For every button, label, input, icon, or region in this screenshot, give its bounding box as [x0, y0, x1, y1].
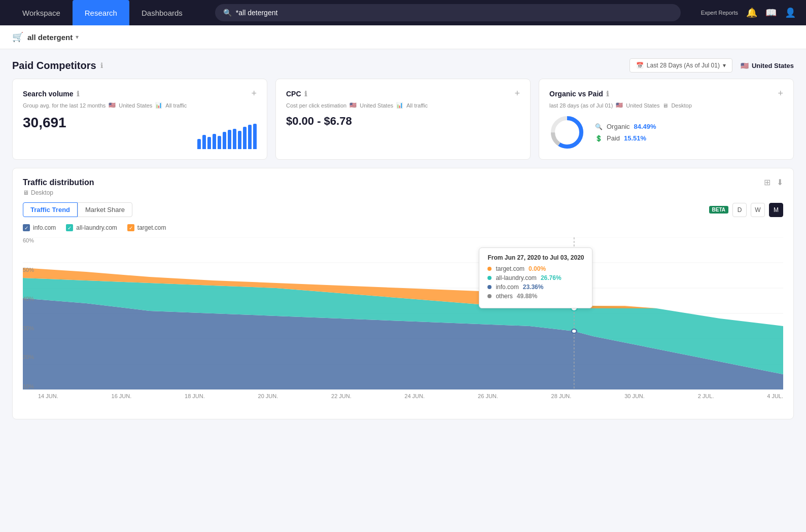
legend-check-target[interactable]: ✓ — [127, 224, 134, 231]
organic-paid-card: Organic vs Paid ℹ + last 28 days (as of … — [539, 79, 794, 160]
organic-paid-title: Organic vs Paid ℹ — [549, 90, 609, 98]
organic-legend-item: 🔍 Organic 84.49% — [595, 123, 656, 130]
time-filter-group: BETA D W M — [709, 203, 783, 217]
traffic-header: Traffic distribution ⊞ ⬇ — [23, 178, 783, 187]
tooltip-item-alllaundry: all-laundry.com 26.76% — [487, 274, 584, 281]
x-label-4jul: 4 JUL. — [767, 393, 783, 399]
download-icon[interactable]: ⬇ — [777, 178, 783, 187]
cpc-card-header: CPC ℹ + — [286, 88, 520, 99]
tab-research[interactable]: Research — [73, 0, 129, 25]
date-filter-button[interactable]: 📅 Last 28 Days (As of Jul 01) ▾ — [629, 58, 732, 73]
dollar-icon: 💲 — [595, 135, 603, 142]
y-label-10: 10% — [23, 383, 34, 389]
tab-market-share[interactable]: Market Share — [78, 202, 132, 217]
breadcrumb-dropdown[interactable]: ▾ — [76, 33, 79, 41]
x-label-18jun: 18 JUN. — [185, 393, 205, 399]
traffic-header-icons: ⊞ ⬇ — [764, 178, 783, 187]
tab-dashboards[interactable]: Dashboards — [129, 0, 195, 25]
tab-traffic-trend[interactable]: Traffic Trend — [23, 202, 78, 217]
time-btn-d[interactable]: D — [732, 203, 747, 217]
y-label-40: 40% — [23, 296, 34, 302]
page-title-area: Paid Competitors ℹ — [12, 60, 103, 72]
bar-2 — [202, 135, 206, 149]
expert-reports-button[interactable]: Expert Reports — [701, 10, 738, 16]
donut-chart-area: 🔍 Organic 84.49% 💲 Paid 15.51% — [549, 115, 783, 150]
cpc-info-icon[interactable]: ℹ — [304, 90, 307, 98]
cpc-value: $0.00 - $6.78 — [286, 115, 352, 127]
book-icon[interactable]: 📖 — [765, 7, 777, 18]
chart-tooltip: From Jun 27, 2020 to Jul 03, 2020 target… — [479, 247, 592, 308]
x-label-2jul: 2 JUL. — [698, 393, 714, 399]
metric-cards-row: Search volume ℹ + Group avg. for the las… — [0, 79, 806, 168]
x-label-30jun: 30 JUN. — [624, 393, 645, 399]
excel-export-icon[interactable]: ⊞ — [764, 178, 770, 187]
traffic-tabs: Traffic Trend Market Share — [23, 202, 132, 217]
search-volume-add-icon[interactable]: + — [251, 88, 257, 99]
tab-workspace[interactable]: Workspace — [10, 0, 73, 25]
us-flag-icon: 🇺🇸 — [741, 62, 749, 69]
bar-4 — [213, 134, 216, 149]
cpc-add-icon[interactable]: + — [514, 88, 520, 99]
x-label-16jun: 16 JUN. — [112, 393, 132, 399]
cpc-card-title: CPC ℹ — [286, 90, 307, 98]
user-icon[interactable]: 👤 — [785, 7, 796, 18]
bar-8 — [233, 129, 236, 149]
paid-value: 15.51% — [624, 134, 646, 142]
time-btn-w[interactable]: W — [751, 203, 765, 217]
nav-right: Expert Reports 🔔 📖 👤 — [701, 7, 796, 18]
traffic-tab-row: Traffic Trend Market Share BETA D W M — [23, 202, 783, 217]
search-volume-subtitle: Group avg. for the last 12 months 🇺🇸 Uni… — [23, 102, 257, 109]
top-navigation: Workspace Research Dashboards 🔍 Expert R… — [0, 0, 806, 25]
search-volume-chart — [197, 124, 257, 149]
y-label-50: 50% — [23, 267, 34, 273]
paid-legend-item: 💲 Paid 15.51% — [595, 134, 656, 142]
cpc-card: CPC ℹ + Cost per click estimation 🇺🇸 Uni… — [275, 79, 531, 160]
bar-6 — [223, 132, 226, 149]
x-label-24jun: 24 JUN. — [405, 393, 425, 399]
desktop-sub-icon: 🖥 — [23, 189, 29, 196]
donut-legend: 🔍 Organic 84.49% 💲 Paid 15.51% — [595, 123, 656, 142]
date-filter-label: Last 28 Days (As of Jul 01) — [647, 62, 720, 69]
legend-check-info[interactable]: ✓ — [23, 224, 30, 231]
search-bar[interactable]: 🔍 — [215, 4, 681, 21]
tooltip-item-others: others 49.88% — [487, 293, 584, 300]
page-title: Paid Competitors — [12, 60, 96, 72]
breadcrumb-label: all detergent — [27, 33, 73, 42]
card-title: Search volume ℹ — [23, 90, 79, 98]
tooltip-value-others: 49.88% — [517, 293, 538, 300]
organic-value: 84.49% — [634, 123, 656, 130]
legend-check-alllaundry[interactable]: ✓ — [66, 224, 73, 231]
desktop-icon: 🖥 — [662, 102, 668, 109]
country-selector[interactable]: 🇺🇸 United States — [741, 62, 794, 69]
legend-item-target: ✓ target.com — [127, 224, 166, 231]
legend-item-alllaundry: ✓ all-laundry.com — [66, 224, 117, 231]
tooltip-title: From Jun 27, 2020 to Jul 03, 2020 — [487, 254, 584, 261]
page-info-icon[interactable]: ℹ — [100, 61, 103, 69]
paid-label: Paid — [607, 134, 620, 142]
bell-icon[interactable]: 🔔 — [746, 7, 757, 18]
donut-chart — [549, 115, 585, 150]
traffic-title: Traffic distribution — [23, 178, 94, 187]
tooltip-dot-others — [487, 294, 492, 298]
organic-label: Organic — [607, 123, 630, 130]
tooltip-dot-alllaundry — [487, 276, 492, 280]
tooltip-item-info: info.com 23.36% — [487, 283, 584, 291]
search-icon: 🔍 — [223, 9, 232, 17]
chart-legend: ✓ info.com ✓ all-laundry.com ✓ target.co… — [23, 224, 783, 231]
area-chart-svg — [23, 237, 783, 389]
tooltip-dot-target — [487, 267, 492, 271]
bar-11 — [248, 125, 252, 149]
date-filter-arrow: ▾ — [723, 62, 726, 69]
organic-paid-add-icon[interactable]: + — [778, 88, 783, 99]
bar-7 — [228, 130, 231, 149]
search-input[interactable] — [236, 9, 673, 17]
y-label-60: 60% — [23, 237, 34, 243]
organic-paid-flag: 🇺🇸 — [616, 102, 623, 109]
bar-5 — [218, 136, 221, 149]
search-volume-info-icon[interactable]: ℹ — [77, 90, 79, 98]
organic-paid-info-icon[interactable]: ℹ — [606, 90, 609, 98]
cpc-traffic-icon: 📊 — [396, 102, 403, 109]
time-btn-m[interactable]: M — [769, 203, 783, 217]
legend-item-info: ✓ info.com — [23, 224, 56, 231]
traffic-chart: 60% 50% 40% 30% 20% 10% 14 JUN. 16 JUN. … — [23, 237, 783, 410]
